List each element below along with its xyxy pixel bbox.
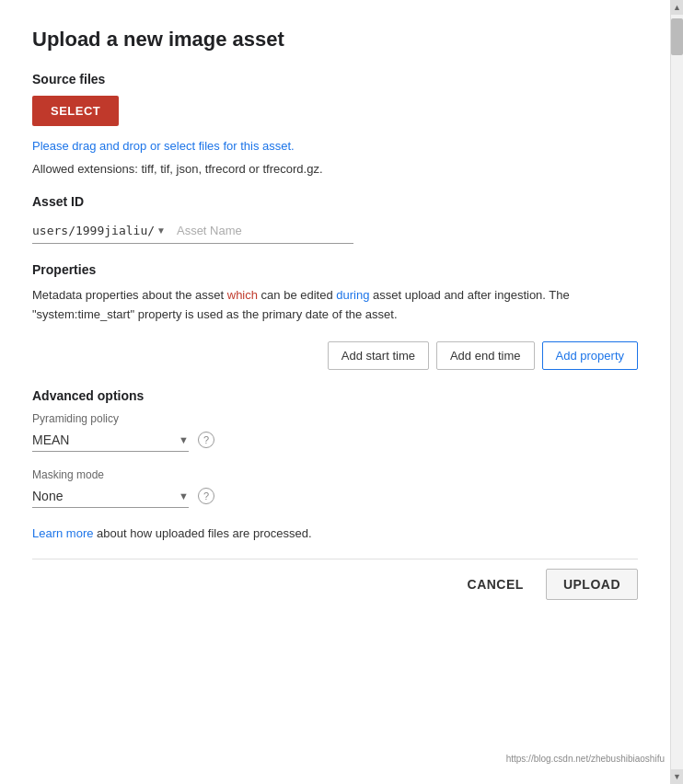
masking-mode-arrow: ▼	[179, 490, 189, 502]
source-files-label: Source files	[32, 72, 638, 86]
add-property-button[interactable]: Add property	[542, 341, 638, 370]
watermark: https://blog.csdn.net/zhebushibiaoshifu	[506, 754, 665, 764]
scrollbar-down-arrow[interactable]: ▼	[671, 769, 683, 784]
advanced-options-label: Advanced options	[32, 388, 638, 403]
asset-path-text: users/1999jialiu/	[32, 224, 155, 237]
properties-desc-part2: can be edited	[258, 288, 336, 302]
scrollbar-thumb[interactable]	[671, 18, 683, 55]
add-end-time-button[interactable]: Add end time	[436, 341, 535, 370]
pyramiding-policy-arrow: ▼	[179, 434, 189, 445]
learn-more-link[interactable]: Learn more	[32, 526, 93, 540]
masking-mode-value: None	[32, 489, 175, 503]
source-files-section: Source files SELECT Please drag and drop…	[32, 72, 638, 178]
properties-label: Properties	[32, 262, 638, 277]
masking-mode-label: Masking mode	[32, 468, 638, 481]
properties-desc-highlight1: which	[227, 288, 258, 302]
asset-id-section: Asset ID users/1999jialiu/ ▼	[32, 194, 638, 244]
pyramiding-policy-row: MEAN ▼ ?	[32, 429, 638, 452]
select-button[interactable]: SELECT	[32, 96, 119, 126]
masking-mode-row: None ▼ ?	[32, 485, 638, 508]
pyramiding-policy-help-icon[interactable]: ?	[198, 432, 214, 448]
pyramiding-policy-label: Pyramiding policy	[32, 412, 638, 425]
asset-path-dropdown-arrow: ▼	[156, 225, 166, 236]
asset-path-dropdown[interactable]: users/1999jialiu/ ▼	[32, 218, 169, 244]
learn-more-rest: about how uploaded files are processed.	[93, 526, 311, 540]
upload-button[interactable]: UPLOAD	[546, 569, 638, 600]
advanced-options-section: Advanced options Pyramiding policy MEAN …	[32, 388, 638, 508]
add-start-time-button[interactable]: Add start time	[328, 341, 429, 370]
properties-desc-part1: Metadata properties about the asset	[32, 288, 227, 302]
learn-more-section: Learn more about how uploaded files are …	[32, 526, 638, 540]
masking-mode-help-icon[interactable]: ?	[198, 488, 214, 504]
source-files-help-line1: Please drag and drop or select files for…	[32, 137, 638, 156]
pyramiding-policy-value: MEAN	[32, 432, 175, 447]
cancel-button[interactable]: CANCEL	[453, 570, 538, 599]
properties-section: Properties Metadata properties about the…	[32, 262, 638, 370]
masking-mode-group: Masking mode None ▼ ?	[32, 468, 638, 508]
source-files-help-line2: Allowed extensions: tiff, tif, json, tfr…	[32, 160, 638, 179]
asset-id-row: users/1999jialiu/ ▼	[32, 218, 638, 244]
properties-desc-highlight2: during	[336, 288, 369, 302]
asset-id-label: Asset ID	[32, 194, 638, 209]
scrollbar[interactable]: ▲ ▼	[670, 0, 683, 784]
pyramiding-policy-group: Pyramiding policy MEAN ▼ ?	[32, 412, 638, 452]
masking-mode-dropdown[interactable]: None ▼	[32, 485, 189, 508]
properties-description: Metadata properties about the asset whic…	[32, 286, 638, 325]
properties-buttons: Add start time Add end time Add property	[32, 341, 638, 370]
asset-name-input[interactable]	[169, 218, 353, 244]
bottom-bar: CANCEL UPLOAD	[32, 559, 638, 609]
scrollbar-up-arrow[interactable]: ▲	[671, 0, 683, 15]
pyramiding-policy-dropdown[interactable]: MEAN ▼	[32, 429, 189, 452]
page-title: Upload a new image asset	[32, 28, 638, 52]
